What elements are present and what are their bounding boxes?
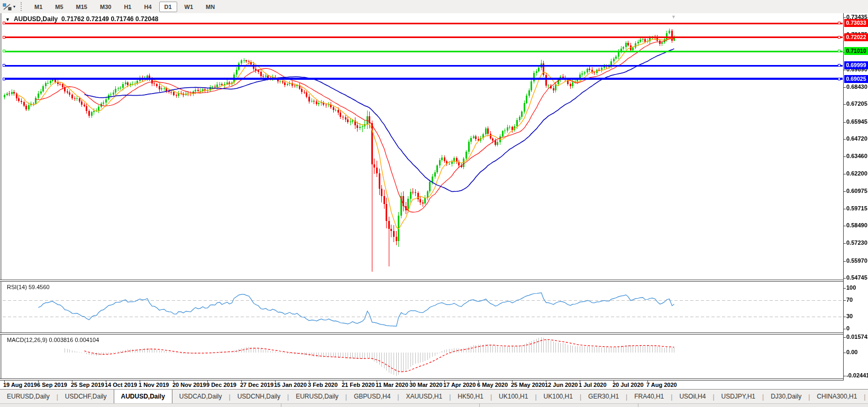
price-tick-mark — [843, 209, 846, 209]
price-level-badge-0.69025: 0.69025 — [844, 75, 868, 83]
price-tick-mark — [843, 156, 846, 157]
date-label: 12 Jun 2020 — [545, 382, 578, 388]
date-label: 21 Feb 2020 — [342, 382, 374, 388]
hline-right-handle[interactable] — [838, 50, 840, 52]
tab-usdcnh-daily[interactable]: USDCNH,Daily — [231, 390, 287, 403]
timeframe-button-w1[interactable]: W1 — [179, 2, 199, 12]
hline-left-handle[interactable] — [3, 50, 5, 52]
tab-hk50-h1[interactable]: HK50,H1 — [451, 390, 490, 403]
date-label: 20 Nov 2019 — [172, 382, 206, 388]
hline-left-handle[interactable] — [3, 22, 5, 24]
price-level-badge-0.69999: 0.69999 — [844, 61, 868, 69]
macd-pane-separator[interactable] — [0, 332, 843, 335]
timeframe-button-m1[interactable]: M1 — [29, 2, 48, 12]
macd-pane-canvas[interactable] — [0, 335, 868, 378]
chart-cursor-icon[interactable] — [2, 3, 13, 11]
tab-usdcad-daily[interactable]: USDCAD,Daily — [172, 390, 229, 403]
timeframe-button-m30[interactable]: M30 — [95, 2, 116, 12]
rsi-pane-canvas[interactable] — [0, 282, 868, 332]
chart-collapse-caret[interactable]: ▼ — [5, 17, 10, 22]
hline-right-handle[interactable] — [838, 78, 840, 80]
date-label: 14 Oct 2019 — [105, 382, 137, 388]
timeframe-button-d1[interactable]: D1 — [159, 2, 177, 12]
timeframe-button-m5[interactable]: M5 — [50, 2, 68, 12]
price-level-badge-0.72022: 0.72022 — [844, 33, 868, 41]
macd-tick-mark — [843, 376, 846, 376]
hline-right-handle[interactable] — [838, 22, 840, 24]
date-label: 19 Aug 2019 — [3, 382, 37, 388]
date-label: 25 May 2020 — [511, 382, 545, 388]
rsi-tick-label: 100 — [846, 284, 868, 291]
tab-usdjpy-h1[interactable]: USDJPY,H1 — [715, 390, 762, 403]
tab-dj30-daily[interactable]: DJ30,Daily — [764, 390, 808, 403]
rsi-pane-separator[interactable] — [0, 280, 843, 282]
hline-left-handle[interactable] — [3, 78, 5, 80]
macd-indicator-label: MACD(12,26,9) 0.003816 0.004104 — [7, 337, 99, 343]
date-label: 11 Mar 2020 — [376, 382, 408, 388]
tab-ger30-h1[interactable]: GER30,H1 — [581, 390, 626, 403]
date-label: 6 Sep 2019 — [37, 382, 67, 388]
tab-eurusd-daily[interactable]: EURUSD,Daily — [289, 390, 345, 403]
timeframe-button-h1[interactable]: H1 — [118, 2, 136, 12]
chart-symbol-label: AUDUSD,Daily — [14, 15, 58, 23]
price-level-badge-0.71010: 0.71010 — [844, 47, 868, 55]
main-chart-canvas[interactable] — [0, 13, 868, 280]
mt4-window: ▾ M1M5M15M30H1H4D1W1MN ▼AUDUSD,Daily 0.7… — [0, 0, 868, 407]
date-label: 1 Nov 2019 — [139, 382, 169, 388]
price-tick-label: 0.58490 — [846, 222, 868, 228]
date-label: 20 Jul 2020 — [613, 382, 644, 388]
price-tick-label: 0.57230 — [846, 239, 868, 246]
tab-fra40-h1[interactable]: FRA40,H1 — [627, 390, 671, 403]
price-tick-mark — [843, 191, 846, 192]
toolbar-grip[interactable] — [21, 2, 24, 11]
price-tick-mark — [843, 104, 846, 105]
chart-ohlc-values: 0.71762 0.72149 0.71746 0.72048 — [61, 15, 159, 23]
tab-audusd-daily[interactable]: AUDUSD,Daily — [114, 389, 172, 404]
symbol-tabbar: EURUSD,Daily|USDCHF,DailyAUDUSD,DailyUSD… — [0, 389, 868, 404]
macd-tick-label: -0.024412 — [846, 372, 868, 378]
symbol-tabs: EURUSD,Daily|USDCHF,DailyAUDUSD,DailyUSD… — [0, 390, 868, 404]
hline-left-handle[interactable] — [3, 64, 5, 67]
tab-eurusd-daily[interactable]: EURUSD,Daily — [0, 390, 57, 403]
price-axis-line — [843, 13, 844, 381]
tab-gbpusd-h4[interactable]: GBPUSD,H4 — [347, 390, 397, 403]
date-label: 1 Jul 2020 — [579, 382, 607, 388]
tab-xauusd-h1[interactable]: XAUUSD,H1 — [399, 390, 449, 403]
tab-usoil-h1[interactable]: USOil,H1 — [865, 390, 868, 403]
price-tick-label: 0.62200 — [846, 170, 868, 177]
timeframe-button-h4[interactable]: H4 — [139, 2, 157, 12]
date-label: 6 May 2020 — [477, 382, 508, 388]
price-tick-mark — [843, 226, 846, 226]
hline-left-handle[interactable] — [3, 36, 5, 39]
macd-tick-label: 0.015741 — [846, 334, 868, 340]
price-tick-mark — [843, 122, 846, 123]
tool-dropdown-caret[interactable]: ▾ — [13, 4, 15, 9]
tab-usdchf-daily[interactable]: USDCHF,Daily — [58, 390, 114, 403]
date-label: 15 Jan 2020 — [274, 382, 307, 388]
timeframe-buttons: M1M5M15M30H1H4D1W1MN — [28, 2, 221, 12]
price-tick-label: 0.60975 — [846, 188, 868, 194]
chart-shift-marker[interactable]: ▼ — [671, 14, 676, 20]
macd-tick-label: 0.00 — [846, 349, 868, 355]
tab-uk100-h1[interactable]: UK100,H1 — [537, 390, 580, 403]
price-tick-mark — [843, 174, 846, 174]
date-label: 25 Sep 2019 — [71, 382, 104, 388]
hline-right-handle[interactable] — [838, 64, 840, 67]
tab-usoil-h4[interactable]: USOil,H4 — [672, 390, 712, 403]
rsi-tick-label: 0 — [846, 325, 868, 331]
rsi-tick-label: 70 — [846, 297, 868, 303]
date-label: 7 Aug 2020 — [646, 382, 677, 388]
date-label: 3 Feb 2020 — [308, 382, 337, 388]
price-tick-label: 0.65945 — [846, 118, 868, 125]
tab-china300-h1[interactable]: CHINA300,H1 — [810, 390, 864, 403]
price-tick-label: 0.67205 — [846, 100, 868, 107]
rsi-tick-mark — [843, 288, 846, 289]
timeframe-button-mn[interactable]: MN — [200, 2, 220, 12]
timeframe-button-m15[interactable]: M15 — [71, 2, 93, 12]
hline-right-handle[interactable] — [838, 36, 840, 39]
rsi-tick-mark — [843, 317, 846, 317]
price-tick-label: 0.55970 — [846, 257, 868, 264]
timeframe-toolbar: ▾ M1M5M15M30H1H4D1W1MN — [0, 0, 868, 14]
tab-uk100-h1[interactable]: UK100,H1 — [492, 390, 535, 403]
date-label: 30 Mar 2020 — [409, 382, 442, 388]
